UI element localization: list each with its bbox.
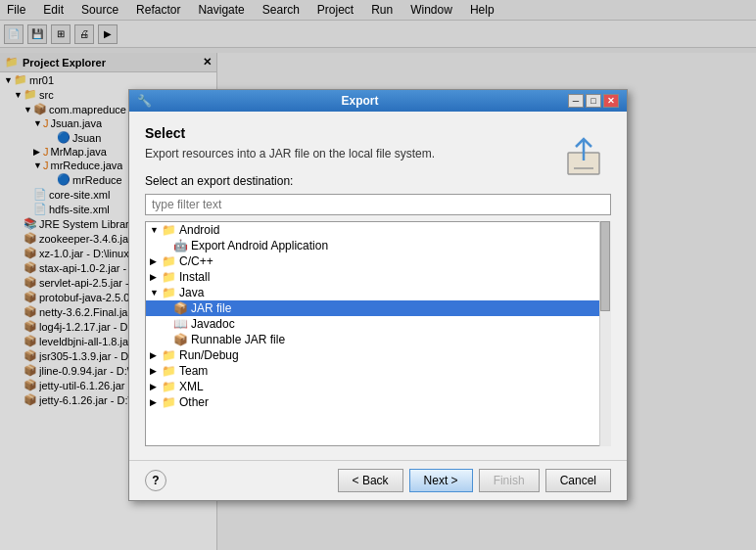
tree-node-install[interactable]: ▶ 📁 Install <box>146 269 610 285</box>
tree-node-xml[interactable]: ▶ 📁 XML <box>146 379 610 394</box>
scrollbar-thumb[interactable] <box>600 221 610 311</box>
help-button[interactable]: ? <box>145 470 166 491</box>
dialog-titlebar-buttons: ─ □ ✕ <box>568 94 619 108</box>
cancel-button[interactable]: Cancel <box>545 469 611 492</box>
tree-box-wrapper: ▼ 📁 Android 🤖 Export Android Application… <box>145 221 611 446</box>
dialog-destination-label: Select an export destination: <box>145 174 611 188</box>
filter-input[interactable] <box>145 194 611 215</box>
modal-overlay: 🔧 Export ─ □ ✕ Select Export resources i… <box>0 0 756 550</box>
tree-node-jar-file[interactable]: 📦 JAR file <box>146 300 610 316</box>
back-button[interactable]: < Back <box>338 469 403 492</box>
dialog-close-btn[interactable]: ✕ <box>603 94 619 108</box>
tree-node-rundebug[interactable]: ▶ 📁 Run/Debug <box>146 347 610 363</box>
next-button[interactable]: Next > <box>409 469 473 492</box>
tree-node-runnable-jar[interactable]: 📦 Runnable JAR file <box>146 332 610 347</box>
dialog-section-title: Select <box>145 125 611 141</box>
dialog-titlebar: 🔧 Export ─ □ ✕ <box>129 90 627 112</box>
dialog-footer: ? < Back Next > Finish Cancel <box>129 460 627 500</box>
tree-node-team[interactable]: ▶ 📁 Team <box>146 363 610 379</box>
scrollbar-track[interactable] <box>599 221 611 446</box>
tree-node-android[interactable]: ▼ 📁 Android <box>146 222 610 238</box>
tree-node-android-export[interactable]: 🤖 Export Android Application <box>146 238 610 253</box>
dialog-title-text: Export <box>341 94 378 108</box>
tree-node-other[interactable]: ▶ 📁 Other <box>146 394 610 410</box>
dialog-title-icon: 🔧 <box>137 94 152 108</box>
tree-node-java[interactable]: ▼ 📁 Java <box>146 285 610 300</box>
tree-node-cpp[interactable]: ▶ 📁 C/C++ <box>146 253 610 269</box>
dialog-body: Select Export resources into a JAR file … <box>129 112 627 460</box>
export-dialog: 🔧 Export ─ □ ✕ Select Export resources i… <box>128 89 628 501</box>
dialog-minimize-btn[interactable]: ─ <box>568 94 584 108</box>
footer-action-buttons: < Back Next > Finish Cancel <box>338 469 611 492</box>
dialog-description: Export resources into a JAR file on the … <box>145 147 517 160</box>
export-tree[interactable]: ▼ 📁 Android 🤖 Export Android Application… <box>145 221 611 446</box>
tree-node-javadoc[interactable]: 📖 Javadoc <box>146 316 610 332</box>
dialog-maximize-btn[interactable]: □ <box>586 94 601 108</box>
dialog-export-icon <box>560 133 607 183</box>
finish-button[interactable]: Finish <box>479 469 540 492</box>
